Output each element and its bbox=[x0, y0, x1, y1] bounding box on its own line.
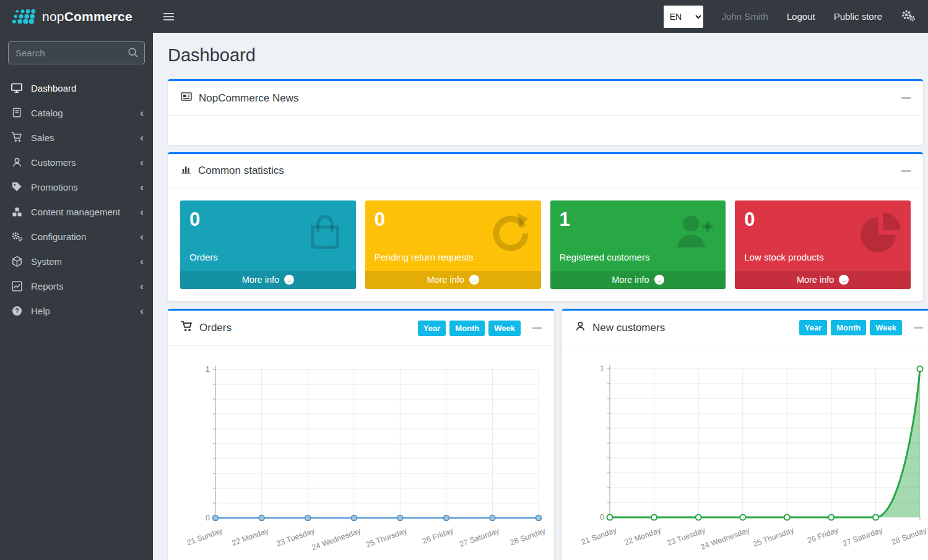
panel-title: New customers bbox=[592, 322, 665, 334]
main-content: Dashboard NopCommerce News Common statis… bbox=[153, 33, 928, 560]
collapse-icon[interactable] bbox=[914, 327, 923, 329]
stat-box-pending-returns: 0 Pending return requests More info → bbox=[365, 200, 541, 289]
chevron-left-icon: ‹ bbox=[140, 157, 144, 168]
sidebar-item-label: Customers bbox=[31, 157, 76, 168]
question-circle-icon: ? bbox=[9, 305, 24, 317]
logo-text: nopCommerce bbox=[42, 9, 132, 24]
sidebar-item-label: Content management bbox=[31, 207, 120, 217]
sidebar-item-label: System bbox=[31, 256, 62, 267]
month-button[interactable]: Month bbox=[449, 321, 485, 336]
collapse-icon[interactable] bbox=[901, 97, 911, 99]
settings-gears-icon[interactable] bbox=[901, 9, 916, 25]
bar-chart-icon bbox=[180, 163, 192, 178]
search-input[interactable] bbox=[8, 41, 145, 64]
search-icon[interactable] bbox=[127, 46, 139, 61]
new-customers-chart: 1021 Sunday22 Monday23 Tuesday24 Wednesd… bbox=[568, 353, 928, 559]
sidebar-item-reports[interactable]: Reports ‹ bbox=[0, 274, 153, 298]
sidebar-toggle-button[interactable] bbox=[163, 0, 174, 33]
tag-icon bbox=[9, 181, 24, 193]
cart-icon bbox=[180, 320, 193, 336]
page-title: Dashboard bbox=[168, 45, 923, 66]
sidebar-item-label: Sales bbox=[31, 132, 54, 143]
sidebar-item-label: Reports bbox=[31, 281, 64, 291]
chevron-left-icon: ‹ bbox=[140, 256, 144, 267]
more-info-link[interactable]: More info → bbox=[550, 271, 726, 289]
sidebar-item-content-management[interactable]: Content management ‹ bbox=[0, 199, 153, 224]
app-logo[interactable]: nopCommerce bbox=[0, 0, 153, 33]
chart-line-icon bbox=[9, 280, 24, 292]
sidebar-item-help[interactable]: ? Help ‹ bbox=[0, 298, 153, 323]
svg-text:21 Sunday: 21 Sunday bbox=[186, 526, 224, 547]
news-body bbox=[168, 116, 923, 145]
monitor-icon bbox=[9, 82, 24, 94]
panel-title: Orders bbox=[199, 322, 232, 334]
cubes-icon bbox=[9, 206, 24, 218]
sidebar-item-sales[interactable]: Sales ‹ bbox=[0, 125, 153, 150]
more-info-link[interactable]: More info → bbox=[180, 271, 356, 289]
svg-text:25 Thursday: 25 Thursday bbox=[365, 526, 409, 549]
shopping-bag-icon bbox=[301, 210, 349, 257]
logout-link[interactable]: Logout bbox=[787, 11, 815, 22]
chevron-left-icon: ‹ bbox=[140, 182, 144, 192]
sidebar-item-system[interactable]: System ‹ bbox=[0, 249, 153, 274]
svg-text:1: 1 bbox=[206, 365, 210, 374]
news-panel: NopCommerce News bbox=[168, 79, 923, 145]
arrow-circle-right-icon: → bbox=[654, 275, 664, 285]
sidebar-item-dashboard[interactable]: Dashboard bbox=[0, 75, 153, 100]
chevron-left-icon: ‹ bbox=[140, 108, 144, 118]
svg-text:22 Monday: 22 Monday bbox=[623, 525, 663, 547]
arrow-circle-right-icon: → bbox=[284, 275, 294, 285]
nopcommerce-dots-icon bbox=[8, 8, 37, 25]
statistics-panel: Common statistics 0 Orders More info → bbox=[168, 152, 923, 301]
panel-title: NopCommerce News bbox=[199, 92, 299, 105]
stat-box-low-stock: 0 Low stock products More info → bbox=[735, 200, 911, 289]
sidebar-item-label: Configuration bbox=[31, 231, 86, 242]
orders-panel: Orders Year Month Week 1021 Sunday22 Mon… bbox=[168, 309, 554, 560]
year-button[interactable]: Year bbox=[418, 321, 446, 336]
user-icon bbox=[9, 157, 24, 168]
sidebar-item-label: Promotions bbox=[31, 182, 78, 192]
sidebar-item-label: Catalog bbox=[31, 108, 63, 118]
week-button[interactable]: Week bbox=[870, 320, 902, 335]
new-customers-panel: New customers Year Month Week 1021 Sunda… bbox=[562, 309, 928, 560]
more-info-link[interactable]: More info → bbox=[735, 271, 911, 289]
more-info-label: More info bbox=[797, 275, 834, 285]
sidebar-item-configuration[interactable]: Configuration ‹ bbox=[0, 224, 153, 249]
more-info-link[interactable]: More info → bbox=[365, 271, 541, 289]
sidebar-item-customers[interactable]: Customers ‹ bbox=[0, 150, 153, 174]
sidebar-item-catalog[interactable]: Catalog ‹ bbox=[0, 100, 153, 125]
svg-text:21 Sunday: 21 Sunday bbox=[580, 525, 618, 546]
arrow-circle-right-icon: → bbox=[839, 275, 849, 285]
orders-chart: 1021 Sunday22 Monday23 Tuesday24 Wednesd… bbox=[174, 353, 548, 560]
top-navbar: nopCommerce EN John Smith Logout Public … bbox=[0, 0, 928, 33]
month-button[interactable]: Month bbox=[831, 320, 866, 335]
week-button[interactable]: Week bbox=[488, 321, 521, 336]
svg-text:25 Thursday: 25 Thursday bbox=[752, 525, 796, 548]
language-select[interactable]: EN bbox=[664, 6, 703, 28]
chevron-left-icon: ‹ bbox=[140, 231, 144, 242]
cart-icon bbox=[9, 131, 24, 144]
refresh-icon bbox=[488, 210, 534, 256]
panel-title: Common statistics bbox=[198, 165, 284, 177]
gears-icon bbox=[9, 231, 24, 243]
chevron-left-icon: ‹ bbox=[140, 207, 144, 217]
more-info-label: More info bbox=[612, 275, 649, 285]
sidebar: Dashboard Catalog ‹ Sales ‹ Cus bbox=[0, 33, 153, 560]
collapse-icon[interactable] bbox=[901, 170, 911, 172]
arrow-circle-right-icon: → bbox=[469, 275, 479, 285]
svg-text:?: ? bbox=[15, 308, 19, 314]
user-icon bbox=[575, 321, 586, 335]
newspaper-icon bbox=[180, 90, 193, 106]
svg-text:23 Tuesday: 23 Tuesday bbox=[275, 526, 316, 548]
book-icon bbox=[9, 107, 24, 118]
collapse-icon[interactable] bbox=[532, 327, 542, 329]
stat-box-orders: 0 Orders More info → bbox=[180, 200, 356, 289]
svg-text:27 Saturday: 27 Saturday bbox=[841, 525, 884, 548]
chevron-left-icon: ‹ bbox=[140, 306, 144, 316]
sidebar-item-label: Help bbox=[31, 306, 50, 316]
year-button[interactable]: Year bbox=[799, 320, 827, 335]
public-store-link[interactable]: Public store bbox=[834, 11, 882, 22]
svg-text:28 Sunday: 28 Sunday bbox=[890, 525, 928, 546]
sidebar-item-label: Dashboard bbox=[31, 83, 76, 93]
sidebar-item-promotions[interactable]: Promotions ‹ bbox=[0, 174, 153, 199]
